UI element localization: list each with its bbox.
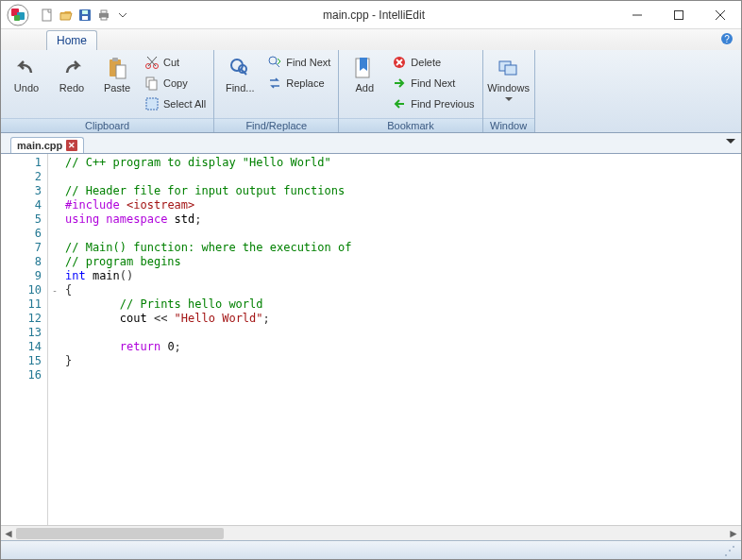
bookmark-delete-button[interactable]: Delete: [388, 52, 478, 73]
svg-rect-3: [14, 15, 20, 21]
open-file-icon[interactable]: [58, 7, 75, 24]
redo-icon: [59, 56, 84, 80]
scroll-thumb[interactable]: [16, 528, 224, 539]
app-icon: [5, 2, 31, 28]
close-tab-icon[interactable]: ✕: [66, 140, 77, 151]
ribbon-tab-row: Home ?: [1, 29, 741, 50]
print-icon[interactable]: [95, 7, 112, 24]
quick-access-toolbar: [39, 7, 131, 24]
svg-rect-6: [82, 16, 88, 20]
svg-rect-19: [116, 65, 126, 78]
copy-button[interactable]: Copy: [141, 73, 210, 93]
scroll-right-icon[interactable]: ►: [726, 526, 741, 541]
cut-icon: [144, 55, 160, 70]
group-bookmark: Add Delete Find Next Find Previous Bookm…: [339, 50, 482, 132]
title-bar: main.cpp - IntelliEdit: [1, 1, 741, 29]
svg-rect-10: [101, 17, 107, 20]
select-all-button[interactable]: Select All: [141, 93, 210, 114]
arrow-left-icon: [392, 96, 407, 111]
group-clipboard: Undo Redo Paste Cut Copy Select All Clip…: [1, 50, 214, 132]
svg-text:?: ?: [724, 34, 730, 44]
ribbon: Undo Redo Paste Cut Copy Select All Clip…: [1, 50, 741, 133]
scroll-left-icon[interactable]: ◄: [1, 526, 16, 541]
svg-rect-7: [82, 10, 88, 14]
find-next-icon: [267, 55, 282, 70]
resize-grip-icon[interactable]: ⋰: [724, 544, 735, 557]
scroll-track[interactable]: [16, 526, 726, 541]
undo-button[interactable]: Undo: [5, 52, 48, 97]
new-file-icon[interactable]: [39, 7, 56, 24]
paste-button[interactable]: Paste: [95, 52, 139, 97]
windows-button[interactable]: Windows: [487, 52, 531, 109]
qat-dropdown-icon[interactable]: [114, 7, 131, 24]
find-icon: [228, 56, 252, 80]
code-area[interactable]: // C++ program to display "Hello World"/…: [61, 154, 741, 525]
svg-rect-12: [675, 10, 683, 19]
copy-icon: [144, 76, 160, 91]
status-bar: ⋰: [1, 540, 741, 559]
fold-column: -: [48, 154, 61, 525]
group-label-find: Find/Replace: [214, 118, 338, 132]
close-button[interactable]: [700, 2, 741, 28]
tabs-dropdown-icon[interactable]: [726, 137, 735, 146]
svg-rect-25: [149, 80, 157, 90]
svg-point-30: [269, 57, 277, 64]
bookmark-find-next-button[interactable]: Find Next: [388, 73, 478, 93]
svg-rect-26: [146, 98, 158, 110]
replace-icon: [267, 76, 282, 91]
arrow-right-icon: [392, 76, 407, 91]
windows-icon: [497, 56, 521, 80]
help-icon[interactable]: ?: [720, 32, 734, 45]
delete-icon: [392, 55, 407, 70]
file-tab-label: main.cpp: [17, 140, 62, 151]
group-window: Windows Window: [483, 50, 535, 132]
file-tab[interactable]: main.cpp ✕: [10, 137, 84, 153]
save-icon[interactable]: [76, 7, 93, 24]
group-label-bookmark: Bookmark: [339, 118, 481, 132]
bookmark-find-prev-button[interactable]: Find Previous: [388, 93, 478, 114]
svg-line-22: [148, 57, 157, 66]
tab-home[interactable]: Home: [46, 30, 97, 50]
svg-rect-4: [42, 9, 51, 21]
group-find-replace: Find... Find Next Replace Find/Replace: [214, 50, 339, 132]
replace-button[interactable]: Replace: [263, 73, 334, 93]
bookmark-add-button[interactable]: Add: [343, 52, 386, 97]
minimize-button[interactable]: [616, 2, 658, 28]
line-number-gutter: 12345678910111213141516: [1, 154, 48, 525]
editor: 12345678910111213141516 - // C++ program…: [1, 154, 741, 525]
cut-button[interactable]: Cut: [141, 52, 210, 73]
bookmark-icon: [352, 56, 377, 80]
paste-icon: [105, 56, 129, 80]
horizontal-scrollbar[interactable]: ◄ ►: [1, 525, 741, 540]
svg-rect-37: [505, 65, 516, 75]
svg-rect-18: [112, 58, 118, 61]
svg-line-23: [147, 57, 156, 66]
file-tab-bar: main.cpp ✕: [1, 133, 741, 154]
maximize-button[interactable]: [658, 2, 700, 28]
group-label-window: Window: [483, 118, 534, 132]
window-title: main.cpp - IntelliEdit: [131, 8, 616, 22]
group-label-clipboard: Clipboard: [1, 118, 213, 132]
redo-button[interactable]: Redo: [50, 52, 93, 97]
find-next-button[interactable]: Find Next: [263, 52, 334, 73]
find-button[interactable]: Find...: [218, 52, 261, 97]
select-all-icon: [144, 96, 160, 111]
undo-icon: [14, 56, 39, 80]
svg-rect-9: [101, 10, 107, 13]
